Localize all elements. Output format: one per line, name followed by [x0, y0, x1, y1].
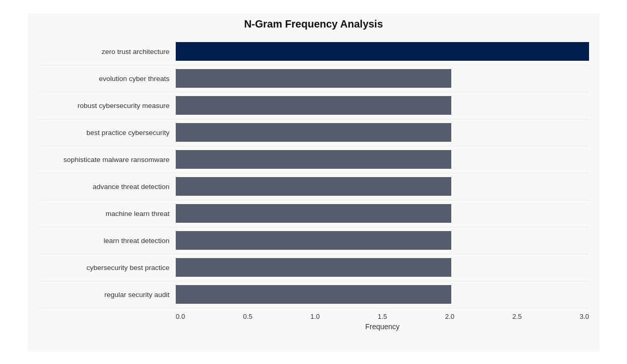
bar-track [176, 69, 589, 88]
x-tick-label: 1.5 [377, 313, 387, 320]
bar-label: sophisticate malware ransomware [38, 156, 176, 164]
x-axis: 0.00.51.01.52.02.53.0 [176, 313, 589, 320]
chart-area: zero trust architectureevolution cyber t… [38, 38, 589, 308]
bar-fill [176, 69, 451, 88]
bar-row: sophisticate malware ransomware [38, 146, 589, 173]
x-tick-label: 3.0 [580, 313, 589, 320]
bar-fill [176, 177, 451, 196]
bar-label: regular security audit [38, 291, 176, 299]
chart-title: N-Gram Frequency Analysis [38, 18, 589, 30]
bar-label: zero trust architecture [38, 48, 176, 56]
bar-label: cybersecurity best practice [38, 264, 176, 272]
bar-track [176, 123, 589, 142]
x-tick-label: 2.5 [512, 313, 521, 320]
bar-row: advance threat detection [38, 173, 589, 200]
bar-row: regular security audit [38, 281, 589, 308]
bar-track [176, 42, 589, 61]
x-tick-label: 0.5 [243, 313, 252, 320]
bar-fill [176, 42, 589, 61]
bar-fill [176, 150, 451, 169]
x-tick-label: 2.0 [445, 313, 454, 320]
bar-fill [176, 231, 451, 250]
bar-track [176, 150, 589, 169]
bar-track [176, 177, 589, 196]
chart-container: N-Gram Frequency Analysis zero trust arc… [28, 13, 599, 352]
bar-track [176, 96, 589, 115]
bar-label: advance threat detection [38, 183, 176, 191]
bar-row: zero trust architecture [38, 38, 589, 65]
bar-label: machine learn threat [38, 210, 176, 218]
bar-fill [176, 123, 451, 142]
bar-fill [176, 96, 451, 115]
bar-track [176, 285, 589, 304]
x-axis-title: Frequency [176, 322, 589, 331]
bar-label: evolution cyber threats [38, 75, 176, 83]
bar-label: robust cybersecurity measure [38, 102, 176, 110]
bar-row: cybersecurity best practice [38, 254, 589, 281]
bar-label: best practice cybersecurity [38, 129, 176, 137]
bar-track [176, 204, 589, 223]
x-axis-labels: 0.00.51.01.52.02.53.0 [176, 313, 589, 320]
bar-row: evolution cyber threats [38, 65, 589, 92]
x-tick-label: 1.0 [310, 313, 320, 320]
bar-label: learn threat detection [38, 237, 176, 245]
bar-track [176, 258, 589, 277]
bar-row: robust cybersecurity measure [38, 92, 589, 119]
bar-row: learn threat detection [38, 227, 589, 254]
bar-row: machine learn threat [38, 200, 589, 227]
x-tick-label: 0.0 [176, 313, 185, 320]
bar-fill [176, 285, 451, 304]
bar-track [176, 231, 589, 250]
bar-fill [176, 204, 451, 223]
bar-row: best practice cybersecurity [38, 119, 589, 146]
bar-fill [176, 258, 451, 277]
